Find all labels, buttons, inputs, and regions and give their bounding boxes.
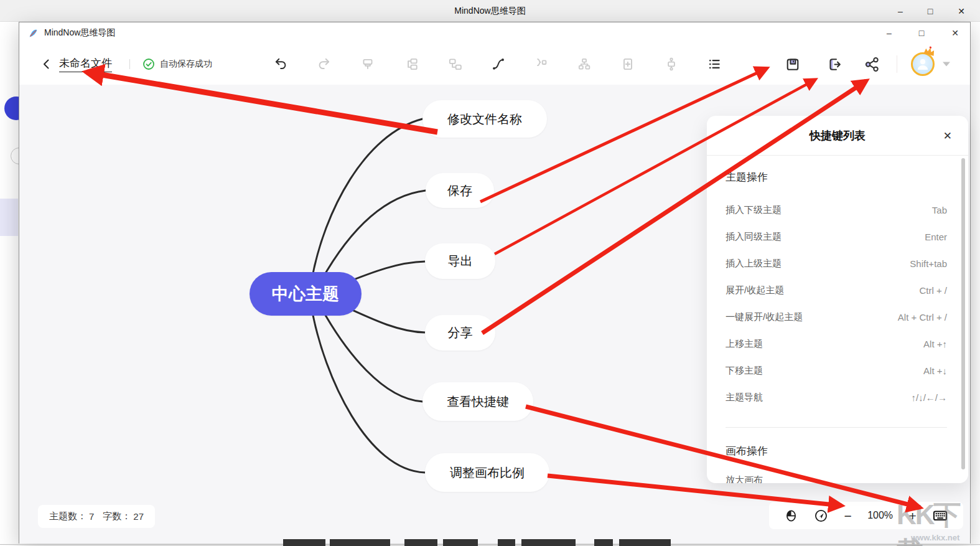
- clipped-text-strip: [0, 539, 980, 546]
- mindmap-node-shortcuts[interactable]: 查看快捷键: [422, 382, 533, 421]
- shortcut-row: 插入下级主题 Tab: [726, 197, 947, 224]
- shortcut-label: 一键展开/收起主题: [726, 311, 803, 323]
- shortcut-keys: Shift+tab: [910, 258, 947, 269]
- logo-icon: [28, 28, 39, 39]
- close-icon[interactable]: ✕: [943, 129, 952, 142]
- shortcut-row: 展开/收起主题 Ctrl + /: [726, 277, 947, 304]
- locate-icon[interactable]: [814, 509, 828, 523]
- shortcut-row: 插入上级主题 Shift+tab: [726, 250, 947, 277]
- app-close-button[interactable]: ✕: [951, 29, 959, 37]
- section-heading-topic: 主题操作: [726, 169, 947, 186]
- shortcut-keys: Alt +↑: [923, 339, 947, 349]
- shortcut-label: 插入下级主题: [726, 204, 782, 216]
- app-window: MindNow思维导图 – □ ✕ 未命名文件: [19, 22, 971, 544]
- undo-icon[interactable]: [273, 56, 289, 72]
- mindmap-node-share[interactable]: 分享: [425, 315, 495, 351]
- mindmap-center-node[interactable]: 中心主题: [250, 272, 362, 316]
- topics-label: 主题数：: [49, 511, 86, 522]
- mindmap-node-rename[interactable]: 修改文件名称: [422, 100, 547, 138]
- shortcut-keys: Ctrl + /: [919, 285, 947, 296]
- os-maximize-button[interactable]: □: [928, 7, 933, 16]
- format-painter-icon[interactable]: [360, 56, 376, 72]
- shortcut-label: 下移主题: [726, 365, 763, 377]
- os-close-button[interactable]: ✕: [958, 7, 965, 16]
- shortcut-label: 主题导航: [726, 392, 763, 403]
- autosave-text: 自动保存成功: [160, 59, 212, 70]
- relation-line-icon[interactable]: [490, 56, 506, 72]
- autosave-icon: [142, 58, 155, 70]
- summary-icon[interactable]: [533, 56, 549, 72]
- zoom-out-button[interactable]: −: [844, 509, 852, 522]
- dropdown-icon[interactable]: [943, 62, 950, 67]
- file-name[interactable]: 未命名文件: [59, 56, 112, 72]
- save-icon[interactable]: [785, 56, 801, 72]
- outline-icon[interactable]: [706, 56, 722, 72]
- app-title: MindNow思维导图: [44, 27, 115, 39]
- child-topic-icon[interactable]: [447, 56, 463, 72]
- os-titlebar: MindNow思维导图 – □ ✕: [0, 0, 980, 22]
- sibling-topic-icon[interactable]: [403, 56, 419, 72]
- app-maximize-button[interactable]: □: [919, 29, 924, 37]
- zoom-level: 100%: [867, 510, 893, 521]
- export-icon[interactable]: [826, 56, 842, 72]
- shortcut-label: 插入上级主题: [726, 258, 782, 270]
- os-minimize-button[interactable]: –: [898, 7, 903, 16]
- mindmap-node-save[interactable]: 保存: [426, 173, 494, 208]
- panel-divider: [726, 427, 947, 428]
- share-icon[interactable]: [864, 56, 880, 72]
- shortcut-keys: Tab: [932, 205, 947, 215]
- background-highlight-row: [0, 199, 18, 236]
- shortcut-keys: Enter: [925, 232, 947, 242]
- shortcut-row: 一键展开/收起主题 Alt + Ctrl + /: [726, 304, 947, 331]
- node-anchor-icon[interactable]: [663, 56, 679, 72]
- shortcut-row: 主题导航 ↑/↓/←/→: [726, 384, 947, 411]
- shortcut-keys: ↑/↓/←/→: [911, 392, 947, 403]
- structure-icon[interactable]: [576, 56, 592, 72]
- mindmap-node-export[interactable]: 导出: [425, 243, 495, 279]
- shortcut-label: 展开/收起主题: [726, 285, 784, 296]
- shortcut-keys: Alt + Ctrl + /: [898, 312, 947, 322]
- shortcut-panel: 快捷键列表 ✕ 主题操作 插入下级主题 Tab 插入同级主题 Enter 插入上…: [707, 116, 968, 483]
- avatar[interactable]: [911, 52, 935, 76]
- topics-count: 7: [89, 511, 94, 522]
- shortcut-label: 上移主题: [726, 338, 763, 350]
- shortcut-label: 插入同级主题: [726, 231, 782, 243]
- redo-icon[interactable]: [316, 56, 332, 72]
- autosave-status: 自动保存成功: [142, 58, 212, 70]
- panel-scrollbar[interactable]: [961, 158, 965, 469]
- shortcut-row: 下移主题 Alt +↓: [726, 357, 947, 384]
- words-count: 27: [133, 511, 144, 522]
- user-icon: [914, 55, 931, 73]
- shortcut-label: 放大画布: [726, 474, 763, 483]
- app-titlebar: MindNow思维导图 – □ ✕: [19, 22, 970, 44]
- words-label: 字数：: [103, 511, 131, 522]
- toolbar-separator: [129, 59, 130, 69]
- shortcut-panel-header: 快捷键列表 ✕: [707, 116, 968, 156]
- section-heading-canvas: 画布操作: [726, 443, 947, 459]
- mindmap-node-canvas-ratio[interactable]: 调整画布比例: [425, 453, 549, 492]
- toolbar: 未命名文件 自动保存成功: [19, 44, 970, 85]
- shortcut-panel-title: 快捷键列表: [810, 128, 866, 143]
- insert-icon[interactable]: [620, 56, 636, 72]
- shortcut-row: 插入同级主题 Enter: [726, 224, 947, 250]
- screen: MindNow思维导图 – □ ✕ MindNow思维导图 – □ ✕: [0, 0, 980, 546]
- shortcut-row: 上移主题 Alt +↑: [726, 331, 947, 357]
- status-bar: 主题数： 7 字数： 27: [38, 505, 155, 528]
- shortcut-keys: Alt +↓: [923, 365, 947, 376]
- shortcut-row-clipped: 放大画布: [726, 467, 947, 483]
- back-icon[interactable]: [40, 58, 53, 70]
- os-window-title: MindNow思维导图: [0, 0, 980, 22]
- app-minimize-button[interactable]: –: [887, 29, 892, 37]
- toolbar-separator-2: [897, 55, 897, 73]
- mouse-icon[interactable]: [784, 509, 798, 523]
